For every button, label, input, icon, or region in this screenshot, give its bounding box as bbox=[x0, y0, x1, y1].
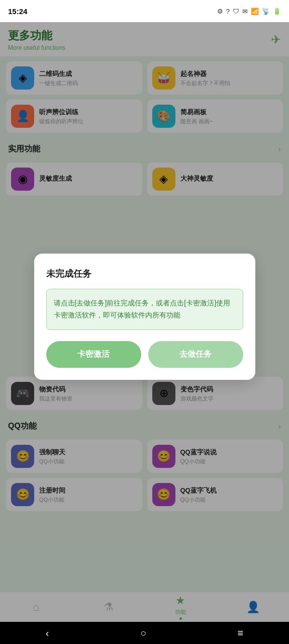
dialog-buttons: 卡密激活 去做任务 bbox=[46, 341, 243, 368]
android-nav-bar: ‹ ○ ≡ bbox=[0, 622, 289, 644]
battery-icon: 🔋 bbox=[273, 8, 281, 15]
dialog-title: 未完成任务 bbox=[46, 268, 243, 280]
android-home-button[interactable]: ○ bbox=[140, 627, 146, 639]
question-icon: ? bbox=[226, 8, 230, 15]
status-icons: ⚙ ? 🛡 ✉ 📶 📡 🔋 bbox=[217, 8, 281, 15]
mail-icon: ✉ bbox=[242, 8, 248, 15]
android-back-button[interactable]: ‹ bbox=[46, 627, 49, 639]
android-menu-button[interactable]: ≡ bbox=[238, 627, 244, 639]
task-dialog: 未完成任务 请点击[去做任务]前往完成任务，或者点击[卡密激活]使用卡密激活软件… bbox=[34, 254, 255, 380]
status-bar: 15:24 ⚙ ? 🛡 ✉ 📶 📡 🔋 bbox=[0, 0, 289, 22]
signal-icon: 📡 bbox=[262, 8, 270, 15]
status-time: 15:24 bbox=[8, 7, 27, 16]
do-task-button[interactable]: 去做任务 bbox=[148, 341, 243, 368]
app-content: 更多功能 More useful functions ✈ ◈ 二维码生成 一键生… bbox=[0, 22, 289, 626]
dialog-message-box: 请点击[去做任务]前往完成任务，或者点击[卡密激活]使用卡密激活软件，即可体验软… bbox=[46, 289, 243, 330]
activate-button[interactable]: 卡密激活 bbox=[46, 341, 141, 368]
settings-icon: ⚙ bbox=[217, 8, 223, 15]
shield-icon: 🛡 bbox=[233, 8, 239, 15]
wifi-icon: 📶 bbox=[251, 8, 259, 15]
dialog-message: 请点击[去做任务]前往完成任务，或者点击[卡密激活]使用卡密激活软件，即可体验软… bbox=[54, 297, 236, 321]
